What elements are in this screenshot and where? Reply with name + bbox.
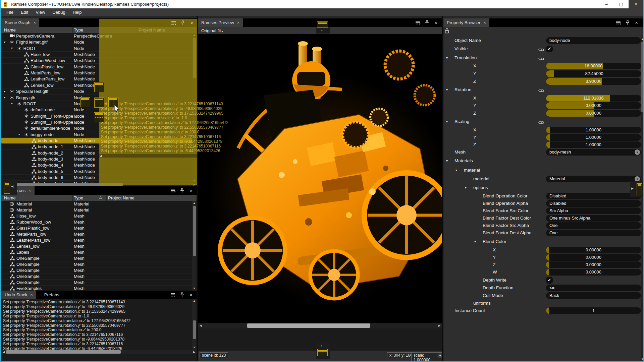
resource-row-Labels[interactable]: LabelsMesh <box>1 249 197 255</box>
resource-row-MetalParts_low[interactable]: MetalParts_lowMesh <box>1 231 197 237</box>
undo-log-line[interactable]: Set property 'PerspectiveCamera.rotation… <box>3 323 125 328</box>
menu-file[interactable]: File <box>3 8 17 16</box>
link-icon[interactable] <box>538 88 544 94</box>
tab-scene-graph[interactable]: Scene Graph× <box>1 18 39 27</box>
column-name[interactable]: Name <box>4 27 16 33</box>
resource-row-OneSample[interactable]: OneSampleMesh <box>1 255 197 261</box>
undo-vscrollbar[interactable]: ▲ ▼ <box>192 299 197 350</box>
menu-icon[interactable] <box>170 292 176 297</box>
undo-log-line[interactable]: Set property 'PerspectiveCamera.rotation… <box>3 342 123 346</box>
checkbox-visible[interactable]: ✔ <box>546 46 553 52</box>
column-type[interactable]: Type <box>74 195 83 200</box>
dropdown-arrow-icon[interactable]: ▾ <box>635 176 640 182</box>
slider-x[interactable]: 0.00000 <box>546 247 641 253</box>
column-divider[interactable] <box>72 195 73 201</box>
slider-x[interactable]: 16.00000 <box>546 63 641 69</box>
field-blend-factor-dest-alpha[interactable]: One <box>546 230 641 236</box>
dock-indicator-edge-top[interactable] <box>317 21 328 28</box>
chevron-down-icon[interactable]: ▾ <box>455 168 457 172</box>
menu-icon[interactable] <box>170 188 176 193</box>
undo-log-line[interactable]: Set property 'PerspectiveCamera.rotation… <box>3 332 123 337</box>
field-blend-operation-color[interactable]: Disabled <box>546 193 641 199</box>
tab-close-icon[interactable]: × <box>30 292 33 297</box>
tab-close-icon[interactable]: × <box>237 20 240 25</box>
close-button[interactable]: × <box>629 0 643 8</box>
dock-indicator-edge-right[interactable] <box>637 183 642 195</box>
chevron-down-icon[interactable]: ▾ <box>2 40 7 45</box>
menu-icon[interactable] <box>415 20 421 25</box>
dock-indicator-bottom[interactable] <box>94 112 104 122</box>
splitter[interactable] <box>442 16 443 361</box>
resource-row-Hose_low[interactable]: Hose_lowMesh <box>1 213 197 219</box>
resource-row-LeatherParts_low[interactable]: LeatherParts_lowMesh <box>1 237 197 243</box>
menu-edit[interactable]: Edit <box>17 8 32 16</box>
resource-row-RubberWood_low[interactable]: RubberWood_lowMesh <box>1 219 197 225</box>
resources-vscrollbar[interactable]: ▲ ▼ <box>192 201 197 291</box>
dock-indicator-top[interactable] <box>94 82 104 92</box>
sort-indicator-icon[interactable]: △ <box>99 195 102 199</box>
dock-indicator-edge-bottom[interactable] <box>317 349 328 356</box>
chevron-down-icon[interactable]: ▾ <box>446 88 448 92</box>
field-material[interactable]: Material▾ <box>546 176 641 182</box>
column-divider[interactable] <box>106 195 107 201</box>
slider-w[interactable]: 0.00000 <box>546 269 641 276</box>
chevron-down-icon[interactable]: ▾ <box>474 240 476 243</box>
link-icon[interactable] <box>538 47 544 53</box>
column-type[interactable]: Type <box>74 27 83 33</box>
resource-row-Lenses_low[interactable]: Lenses_lowMesh <box>1 243 197 249</box>
chevron-down-icon[interactable]: ▾ <box>10 101 14 106</box>
pin-icon[interactable] <box>179 188 185 193</box>
resource-row-OneSample[interactable]: OneSampleMesh <box>1 280 197 286</box>
close-icon[interactable]: × <box>188 188 194 193</box>
close-icon[interactable]: × <box>188 292 194 297</box>
chevron-down-icon[interactable]: ▾ <box>17 132 21 137</box>
chevron-down-icon[interactable]: ▾ <box>10 46 14 51</box>
column-name[interactable]: Name <box>4 195 16 200</box>
property-vscrollbar[interactable]: ▲ ▼ <box>641 37 644 361</box>
dock-indicator-left[interactable] <box>80 97 90 107</box>
slider-y[interactable]: -82.45000 <box>546 70 641 77</box>
pin-icon[interactable] <box>424 20 430 25</box>
dropdown-arrow-icon[interactable]: ▾ <box>635 149 640 155</box>
dock-indicator-center[interactable] <box>94 98 104 108</box>
link-icon[interactable] <box>538 120 544 126</box>
tab-close-icon[interactable]: × <box>34 20 36 25</box>
close-icon[interactable]: × <box>433 20 439 25</box>
minimize-button[interactable]: – <box>599 0 614 8</box>
slider-z[interactable]: 3.90000 <box>546 78 641 85</box>
chevron-down-icon[interactable]: ▾ <box>446 159 448 163</box>
field-mesh[interactable]: body-mesh▾ <box>546 149 641 156</box>
tab-ramses-preview[interactable]: Ramses Preview× <box>198 18 243 27</box>
undo-log-line[interactable]: Set property 'PerspectiveCamera.translat… <box>3 318 130 323</box>
undo-log-line[interactable]: Set property 'PerspectiveCamera.translat… <box>3 327 101 332</box>
undo-hscrollbar[interactable]: ◀ ▶ <box>1 350 197 354</box>
slider-z[interactable]: 1.00000 <box>546 141 641 148</box>
slider-x[interactable]: 112.01836 <box>546 95 641 102</box>
resources-header[interactable]: Name Type △ Project Name <box>1 195 197 201</box>
resource-row-FiveSamples[interactable]: FiveSamplesMesh <box>1 286 197 291</box>
chevron-down-icon[interactable]: ▾ <box>465 186 467 189</box>
tab-undo-stack[interactable]: Undo Stack× <box>1 291 36 299</box>
resource-row-OneSample[interactable]: OneSampleMesh <box>1 261 197 267</box>
resource-row-Material[interactable]: MaterialMaterial <box>1 207 197 213</box>
field-blend-factor-src-color[interactable]: Src Alpha <box>546 207 641 214</box>
field-depth-function[interactable]: <= <box>546 285 641 291</box>
resource-row-OneSample[interactable]: OneSampleMesh <box>1 267 197 274</box>
slider-instance-count[interactable]: 1 <box>546 307 641 314</box>
slider-z[interactable]: 0.00000 <box>546 261 641 268</box>
checkbox-depth-write[interactable]: ✔ <box>546 277 553 284</box>
field-object-name[interactable]: body-node <box>546 37 641 44</box>
chevron-right-icon[interactable]: ▸ <box>2 89 7 94</box>
menu-view[interactable]: View <box>32 8 49 16</box>
resource-row-Material[interactable]: MaterialMaterial <box>1 201 197 207</box>
undo-log-line[interactable]: Set property 'PerspectiveCamera.rotation… <box>3 337 124 342</box>
undo-log-line[interactable]: Set property 'PerspectiveCamera.rotation… <box>3 304 124 309</box>
field-blend-factor-dest-color[interactable]: One minus Src Alpha <box>546 215 641 222</box>
column-divider[interactable] <box>72 27 73 33</box>
menu-help[interactable]: Help <box>69 8 86 16</box>
field-blend-factor-src-alpha[interactable]: One <box>546 222 641 229</box>
link-icon[interactable] <box>538 56 544 62</box>
menu-debug[interactable]: Debug <box>49 8 69 16</box>
tab-prefabs[interactable]: Prefabs <box>41 291 63 299</box>
chevron-down-icon[interactable]: ▾ <box>2 95 7 100</box>
